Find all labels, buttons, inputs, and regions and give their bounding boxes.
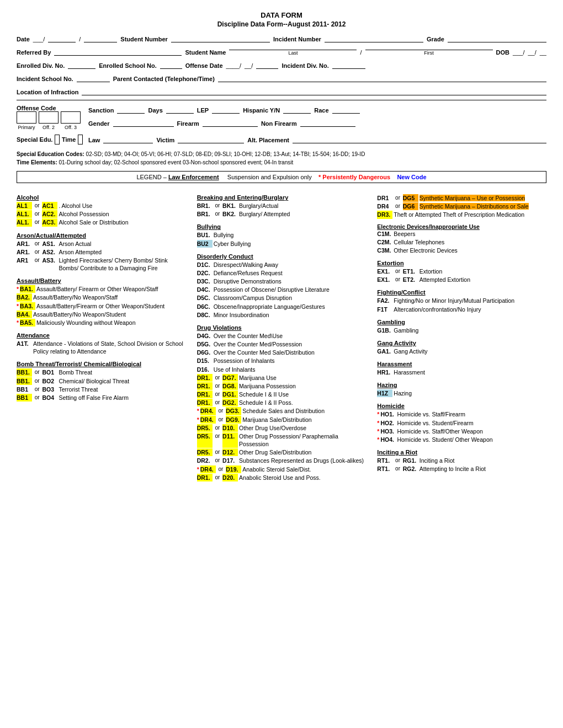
hispanic-input[interactable]	[283, 105, 311, 114]
item-code: BA1.	[20, 285, 35, 293]
incident-school-input[interactable]	[77, 73, 110, 82]
sanction-input[interactable]	[117, 105, 145, 114]
referred-label: Referred By	[17, 49, 51, 56]
item-code: AS3.	[42, 256, 57, 272]
days-label: Days	[148, 107, 162, 114]
student-number-label: Student Number	[120, 36, 168, 42]
date-line: Date ___// Student Number Incident Numbe…	[17, 34, 546, 42]
item-text: Other Drug Possession/ Paraphernalia Pos…	[239, 432, 366, 448]
lep-input[interactable]	[212, 105, 240, 114]
alt-placement-label: Alt. Placement	[247, 137, 289, 143]
item-text: Alcohol Use	[61, 202, 185, 210]
offense-code-label: Offense Code	[17, 105, 83, 111]
enrolled-div-input[interactable]	[68, 60, 95, 69]
list-item: A1T. Attendance - Violations of State, S…	[17, 340, 186, 355]
victim-input[interactable]	[178, 135, 244, 143]
law-input[interactable]	[103, 135, 153, 143]
list-item: * HO3. Homicide vs. Staff/Other Weapon	[377, 427, 546, 435]
off2-code-box[interactable]	[39, 111, 59, 124]
non-firearm-input[interactable]	[300, 118, 355, 127]
item-code: DG6	[403, 202, 418, 210]
item-code: AL1.	[17, 218, 32, 226]
list-item: RT1. or RG2. Attempting to Incite a Riot	[377, 465, 546, 473]
item-code: AC1	[42, 202, 57, 210]
list-item: D3C. Disruptive Demonstrations	[197, 277, 367, 285]
item-code: BU2	[197, 240, 213, 248]
referred-input[interactable]	[54, 47, 182, 56]
item-code: AC2.	[42, 210, 57, 218]
student-number-input[interactable]	[171, 34, 270, 42]
list-item: G1B. Gambling	[377, 326, 546, 334]
date-input[interactable]	[48, 34, 76, 42]
law-label: Law	[88, 137, 100, 143]
list-item: BA4. Assault/Battery/No Weapon/Student	[17, 311, 186, 318]
item-code: D17.	[222, 457, 238, 464]
race-input[interactable]	[332, 105, 360, 114]
firearm-input[interactable]	[203, 118, 258, 127]
list-item: D1C. Disrespect/Walking Away	[197, 261, 367, 269]
location-label: Location of Infraction	[17, 89, 78, 95]
special-codes-line: Special Education Codes: 02-SD; 03-MD; 0…	[17, 151, 546, 157]
time-label: Time	[62, 136, 76, 143]
off3-code-box[interactable]	[61, 111, 81, 124]
item-code: HO2.	[380, 419, 396, 427]
time-box[interactable]	[78, 135, 83, 144]
item-text: Gang Activity	[394, 347, 546, 355]
incident-div-input[interactable]	[332, 60, 365, 69]
grade-input[interactable]	[448, 34, 546, 42]
enrolled-school-input[interactable]	[160, 60, 182, 69]
item-text: Over the Counter Med\Use	[214, 332, 367, 340]
incident-number-input[interactable]	[325, 34, 423, 42]
item-text: Arson Attempted	[59, 248, 185, 256]
item-text: Altercation/confrontation/No Injury	[394, 306, 546, 313]
item-code: FA2.	[377, 297, 392, 304]
list-item: BA2. Assault/Battery/No Weapon/Staff	[17, 293, 186, 301]
list-item: AR1. or AS2. Arson Attempted	[17, 248, 186, 256]
list-item: BB1. or BO1 Bomb Threat	[17, 368, 186, 376]
alt-placement-input[interactable]	[293, 135, 546, 143]
gender-input[interactable]	[113, 118, 174, 127]
item-code: DG9.	[226, 416, 241, 424]
item-code: DR1.	[197, 399, 213, 406]
section-disorderly-title: Disorderly Conduct	[197, 253, 367, 260]
section-assault-title: Assault/Battery	[17, 277, 186, 284]
item-code: D1C.	[197, 261, 213, 269]
list-item: DR5. or D12. Other Drug Sale/Distributio…	[197, 448, 367, 456]
list-item: C3M. Other Electronic Devices	[377, 247, 546, 254]
special-codes-label: Special Education Codes:	[17, 151, 84, 157]
item-text: Alcohol Possession	[59, 210, 185, 218]
section-gambling-title: Gambling	[377, 319, 546, 325]
item-text: Assault/Battery/ Firearm or Other Weapon…	[36, 285, 186, 293]
location-input[interactable]	[82, 87, 546, 95]
section-electronic-title: Electronic Devices/Inappropriate Use	[377, 223, 480, 230]
list-item: D8C. Minor Insubordination	[197, 311, 367, 319]
item-code: DG1.	[222, 390, 238, 398]
col-1: Alcohol AL1 or AC1. Alcohol Use AL1. or …	[17, 189, 186, 482]
item-code: EX1.	[377, 267, 392, 275]
student-name-label: Student Name	[185, 49, 226, 56]
item-text: Homicide vs. Staff/Firearm	[397, 410, 546, 418]
special-codes-values: 02-SD; 03-MD; 04-OI; 05-VI; 06-HI; 07-SL…	[86, 151, 365, 157]
offense-date-input[interactable]	[256, 60, 278, 69]
item-text: Assault/Battery/Firearm or Other Weapon/…	[36, 302, 186, 310]
parent-contact-input[interactable]	[218, 73, 546, 82]
special-edu-box[interactable]	[55, 135, 60, 144]
col-3: DR1 or DG5 Synthetic Marijuana – Use or …	[377, 189, 546, 482]
hispanic-label: Hispanic Y/N	[243, 107, 280, 114]
list-item: D4C. Possession of Obscene/ Disruptive L…	[197, 286, 367, 293]
list-item: DR2. or D17. Substances Represented as D…	[197, 457, 367, 464]
item-text: Possession of Obscene/ Disruptive Litera…	[214, 286, 367, 293]
item-code: HO1.	[380, 410, 396, 418]
date-year-input[interactable]	[84, 34, 117, 42]
primary-code-box[interactable]	[17, 111, 36, 124]
item-text: Hazing	[394, 389, 546, 397]
item-code: DR5.	[197, 432, 213, 448]
list-item: F1T Altercation/confrontation/No Injury	[377, 306, 546, 313]
item-text: Cellular Telephones	[394, 238, 546, 246]
days-input[interactable]	[166, 105, 194, 114]
item-code: A1T.	[17, 340, 32, 355]
list-item: D5C. Classroom/Campus Disruption	[197, 294, 367, 302]
item-code: D6C.	[197, 303, 213, 311]
list-item: HR1. Harassment	[377, 368, 546, 376]
item-code: AL1	[17, 202, 32, 210]
